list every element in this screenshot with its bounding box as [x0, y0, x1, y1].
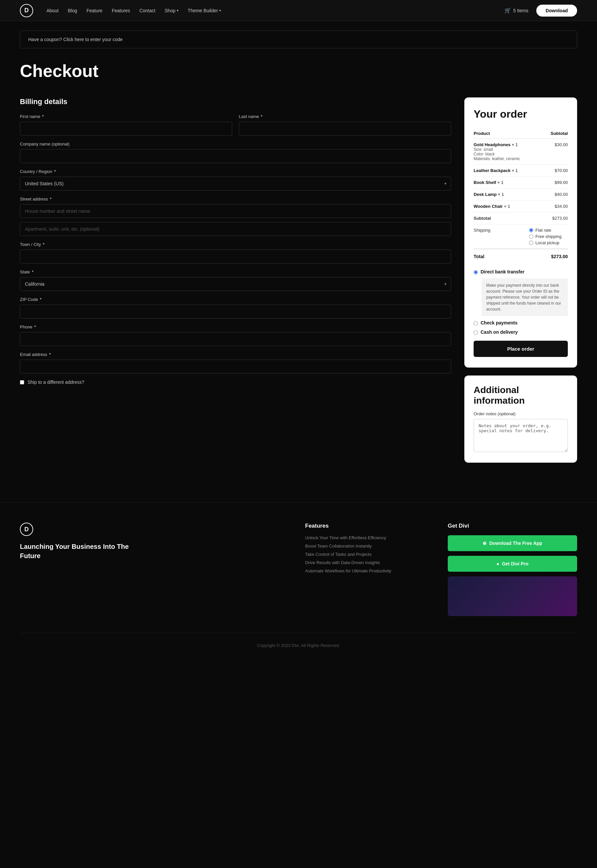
first-name-label: First name * [20, 114, 232, 119]
footer-pro-btn[interactable]: ● Get Divi Pro [448, 556, 577, 572]
apt-group [20, 222, 451, 236]
order-table-row: Book Shelf × 1$99.00 [474, 177, 568, 188]
pro-icon: ● [496, 561, 499, 566]
nav-about[interactable]: About [46, 8, 59, 13]
shipping-option: Local pickup [529, 240, 568, 245]
shipping-radio[interactable] [529, 241, 533, 245]
payment-option-label: Check payments [481, 320, 517, 326]
subtotal-col-header: Subtotal [529, 128, 568, 139]
order-box: Your order Product Subtotal Gold Headpho… [464, 98, 577, 367]
footer-feature-link[interactable]: Drive Results with Data-Driven Insights [305, 560, 435, 565]
nav-links: About Blog Feature Features Contact Shop… [46, 8, 505, 13]
shipping-option: Flat rate [529, 228, 568, 233]
shipping-option-label: Free shipping [535, 234, 561, 239]
payment-radio[interactable] [474, 270, 478, 274]
page-title-section: Checkout [0, 58, 597, 91]
email-group: Email address * [20, 352, 451, 373]
country-select[interactable]: United States (US) [20, 177, 451, 191]
footer-tagline: Launching Your Business Into The Future [20, 542, 149, 560]
phone-group: Phone * [20, 324, 451, 346]
order-table-row: Desk Lamp × 1$40.00 [474, 188, 568, 200]
place-order-button[interactable]: Place order [474, 341, 568, 357]
footer-features-title: Features [305, 523, 435, 529]
shipping-radio[interactable] [529, 234, 533, 238]
payment-option-desc: Make your payment directly into our bank… [481, 278, 568, 316]
city-input[interactable] [20, 250, 451, 264]
order-table-row: Wooden Chair × 1$34.00 [474, 200, 568, 212]
shop-dropdown-arrow: ▾ [177, 9, 178, 12]
order-table-row: Leather Backpack × 1$70.00 [474, 165, 568, 177]
order-summary-column: Your order Product Subtotal Gold Headpho… [464, 98, 577, 463]
ship-different-group: Ship to a different address? [20, 379, 451, 385]
shipping-options: Flat rateFree shippingLocal pickup [529, 228, 568, 245]
billing-title: Billing details [20, 98, 451, 106]
city-group: Town / City * [20, 242, 451, 264]
footer-download-btn[interactable]: ⊕ Download The Free App [448, 535, 577, 551]
nav-features[interactable]: Features [112, 8, 130, 13]
checkout-layout: Billing details First name * Last name *… [0, 91, 597, 483]
last-name-input[interactable] [239, 121, 451, 136]
nav-blog[interactable]: Blog [68, 8, 77, 13]
zip-input[interactable] [20, 305, 451, 318]
payment-radio[interactable] [474, 330, 478, 335]
street-input[interactable] [20, 204, 451, 218]
payment-option-label: Direct bank transfer [481, 269, 524, 274]
footer-copyright: Copyright © 2023 Divi. All Rights Reserv… [20, 633, 577, 648]
footer-visual [448, 576, 577, 616]
nav-contact[interactable]: Contact [139, 8, 155, 13]
zip-label: ZIP Code * [20, 297, 451, 302]
shipping-radio[interactable] [529, 228, 533, 233]
email-label: Email address * [20, 352, 451, 357]
footer-feature-link[interactable]: Take Control of Tasks and Projects [305, 552, 435, 557]
footer-feature-link[interactable]: Automate Workflows for Ultimate Producti… [305, 569, 435, 573]
order-item-price: $40.00 [529, 188, 568, 200]
street-group: Street address * [20, 197, 451, 218]
total-label: Total [474, 249, 529, 262]
payment-radio[interactable] [474, 321, 478, 326]
order-table: Product Subtotal Gold Headphones × 1Size… [474, 128, 568, 262]
shipping-label: Shipping [474, 224, 529, 249]
additional-info-box: Additional information Order notes (opti… [464, 376, 577, 463]
name-row: First name * Last name * [20, 114, 451, 136]
first-name-input[interactable] [20, 121, 232, 136]
download-icon: ⊕ [483, 541, 487, 546]
nav-theme-builder-dropdown[interactable]: Theme Builder ▾ [188, 8, 221, 13]
navbar: D About Blog Feature Features Contact Sh… [0, 0, 597, 21]
apt-input[interactable] [20, 222, 451, 236]
street-label: Street address * [20, 197, 451, 201]
order-item-name: Book Shelf × 1 [474, 177, 529, 188]
company-input[interactable] [20, 149, 451, 163]
order-notes-textarea[interactable] [474, 419, 568, 452]
shipping-option-label: Flat rate [535, 228, 551, 233]
cart-icon: 🛒 [505, 7, 511, 13]
footer-feature-link[interactable]: Unlock Your Time with Effortless Efficie… [305, 535, 435, 540]
last-name-label: Last name * [239, 114, 451, 119]
subtotal-label: Subtotal [474, 212, 529, 224]
payment-option: Direct bank transfer [474, 269, 568, 274]
footer-grid: D Launching Your Business Into The Futur… [20, 523, 577, 616]
country-select-wrapper: United States (US) [20, 177, 451, 191]
state-select[interactable]: California [20, 277, 451, 291]
email-input[interactable] [20, 360, 451, 373]
nav-cart[interactable]: 🛒 5 Items [505, 7, 528, 13]
shipping-options-cell: Flat rateFree shippingLocal pickup [529, 224, 568, 249]
ship-different-checkbox[interactable] [20, 380, 24, 384]
payment-section: Direct bank transferMake your payment di… [474, 269, 568, 335]
additional-info-title: Additional information [474, 385, 568, 406]
order-item-price: $99.00 [529, 177, 568, 188]
coupon-bar[interactable]: Have a coupon? Click here to enter your … [20, 31, 577, 48]
footer-feature-links: Unlock Your Time with Effortless Efficie… [305, 535, 435, 573]
page-title: Checkout [20, 61, 577, 81]
payment-option: Cash on delivery [474, 329, 568, 335]
nav-feature[interactable]: Feature [86, 8, 102, 13]
footer-spacer [162, 523, 292, 616]
footer-feature-link[interactable]: Boost Team Collaboration Instantly [305, 544, 435, 548]
zip-group: ZIP Code * [20, 297, 451, 318]
order-item-price: $34.00 [529, 200, 568, 212]
subtotal-value: $273.00 [529, 212, 568, 224]
shipping-option: Free shipping [529, 234, 568, 239]
nav-download-button[interactable]: Download [536, 4, 577, 16]
phone-input[interactable] [20, 332, 451, 346]
nav-shop-dropdown[interactable]: Shop ▾ [165, 8, 178, 13]
footer-get-divi-title: Get Divi [448, 523, 577, 529]
